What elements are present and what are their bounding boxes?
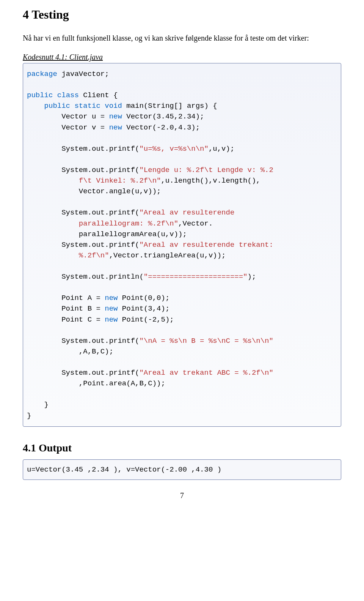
code-snippet-label: Kodesnutt 4.1: Client.java [23,53,341,62]
subsection-number: 4.1 [23,442,36,454]
section-intro: Nå har vi en fullt funksjonell klasse, o… [23,32,341,44]
page-number: 7 [23,491,341,500]
section-heading: 4 Testing [23,8,341,22]
subsection-title: Output [39,442,72,454]
subsection-heading: 4.1 Output [23,442,341,454]
section-title: Testing [31,8,69,21]
keyword-package: package [27,70,57,78]
keyword-class: class [57,91,79,99]
output-block: u=Vector(3.45 ,2.34 ), v=Vector(-2.00 ,4… [23,459,341,480]
keyword-public: public [27,91,53,99]
code-block: package javaVector; public class Client … [23,63,341,427]
section-number: 4 [23,8,29,21]
